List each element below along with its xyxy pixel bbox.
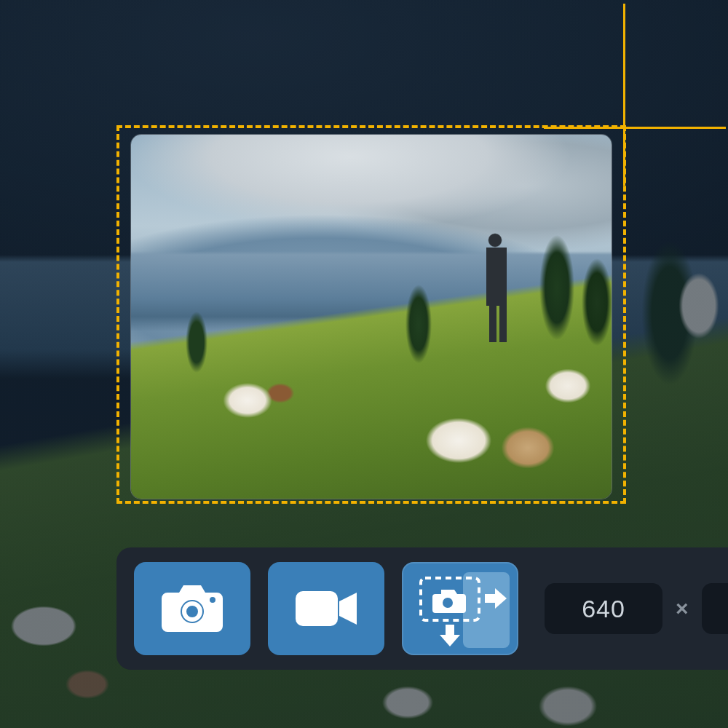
svg-point-2 — [210, 597, 215, 603]
screenshot-save-button[interactable] — [402, 562, 518, 655]
record-video-button[interactable] — [268, 562, 384, 655]
selection-size: 640 × 36 — [545, 583, 728, 634]
dimension-separator: × — [676, 596, 689, 621]
svg-rect-4 — [463, 572, 510, 648]
video-camera-icon — [291, 585, 361, 632]
screenshot-save-icon — [409, 568, 511, 649]
selection-preview — [131, 135, 612, 499]
capture-toolbar: 640 × 36 — [116, 547, 728, 670]
svg-point-6 — [443, 598, 453, 608]
selection-width-field[interactable]: 640 — [545, 583, 662, 634]
svg-rect-3 — [296, 591, 338, 626]
camera-icon — [159, 582, 226, 635]
screenshot-button[interactable] — [134, 562, 250, 655]
selection-height-field[interactable]: 36 — [702, 583, 728, 634]
